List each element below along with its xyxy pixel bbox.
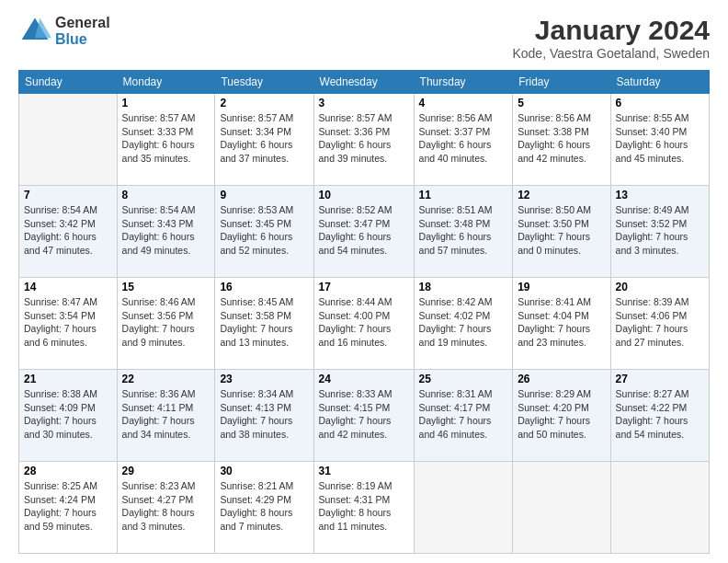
sunset: Sunset: 3:52 PM [616,218,688,229]
sunset: Sunset: 4:00 PM [319,310,391,321]
daylight: Daylight: 7 hours and 50 minutes. [518,415,590,440]
daylight: Daylight: 7 hours and 38 minutes. [220,415,292,440]
title-block: January 2024 Kode, Vaestra Goetaland, Sw… [512,15,710,61]
day-number: 12 [518,189,605,201]
daylight: Daylight: 7 hours and 59 minutes. [24,507,97,532]
sunrise: Sunrise: 8:44 AM [319,296,392,307]
calendar-week-row: 21Sunrise: 8:38 AMSunset: 4:09 PMDayligh… [19,370,710,462]
day-info: Sunrise: 8:36 AMSunset: 4:11 PMDaylight:… [122,387,210,442]
table-row [414,462,513,554]
sunrise: Sunrise: 8:36 AM [122,388,196,399]
day-number: 13 [616,189,704,201]
col-tuesday: Tuesday [215,71,313,94]
day-info: Sunrise: 8:29 AMSunset: 4:20 PMDaylight:… [518,387,605,442]
day-number: 16 [220,281,308,293]
sunrise: Sunrise: 8:39 AM [616,296,689,307]
day-number: 29 [122,465,210,477]
table-row: 13Sunrise: 8:49 AMSunset: 3:52 PMDayligh… [610,186,709,278]
day-number: 9 [220,189,308,201]
sunrise: Sunrise: 8:25 AM [24,480,97,491]
calendar-week-row: 14Sunrise: 8:47 AMSunset: 3:54 PMDayligh… [19,278,710,370]
day-info: Sunrise: 8:57 AMSunset: 3:34 PMDaylight:… [220,111,308,166]
day-info: Sunrise: 8:54 AMSunset: 3:43 PMDaylight:… [122,203,210,258]
day-number: 1 [122,97,210,109]
sunrise: Sunrise: 8:42 AM [419,296,493,307]
day-number: 6 [616,97,704,109]
sunrise: Sunrise: 8:57 AM [319,112,392,123]
sunrise: Sunrise: 8:56 AM [518,112,591,123]
calendar-week-row: 28Sunrise: 8:25 AMSunset: 4:24 PMDayligh… [19,462,710,554]
sunset: Sunset: 4:15 PM [319,402,391,413]
day-info: Sunrise: 8:55 AMSunset: 3:40 PMDaylight:… [616,111,704,166]
col-friday: Friday [513,71,610,94]
day-number: 25 [419,373,508,385]
sunrise: Sunrise: 8:51 AM [419,204,493,215]
sunrise: Sunrise: 8:54 AM [122,204,196,215]
table-row: 29Sunrise: 8:23 AMSunset: 4:27 PMDayligh… [117,462,215,554]
day-number: 4 [419,97,508,109]
day-info: Sunrise: 8:47 AMSunset: 3:54 PMDaylight:… [24,295,112,350]
day-info: Sunrise: 8:44 AMSunset: 4:00 PMDaylight:… [319,295,409,350]
logo-blue: Blue [55,31,110,48]
daylight: Daylight: 6 hours and 57 minutes. [419,231,492,256]
day-number: 15 [122,281,210,293]
day-info: Sunrise: 8:25 AMSunset: 4:24 PMDaylight:… [24,479,112,534]
table-row: 1Sunrise: 8:57 AMSunset: 3:33 PMDaylight… [117,94,215,186]
day-info: Sunrise: 8:23 AMSunset: 4:27 PMDaylight:… [122,479,210,534]
day-info: Sunrise: 8:19 AMSunset: 4:31 PMDaylight:… [319,479,409,534]
sunset: Sunset: 4:02 PM [419,310,491,321]
sunrise: Sunrise: 8:31 AM [419,388,493,399]
daylight: Daylight: 7 hours and 6 minutes. [24,323,97,348]
sunset: Sunset: 4:20 PM [518,402,589,413]
sunset: Sunset: 3:42 PM [24,218,96,229]
day-info: Sunrise: 8:42 AMSunset: 4:02 PMDaylight:… [419,295,508,350]
day-number: 27 [616,373,704,385]
table-row: 17Sunrise: 8:44 AMSunset: 4:00 PMDayligh… [313,278,414,370]
table-row: 24Sunrise: 8:33 AMSunset: 4:15 PMDayligh… [313,370,414,462]
calendar-week-row: 7Sunrise: 8:54 AMSunset: 3:42 PMDaylight… [19,186,710,278]
table-row: 20Sunrise: 8:39 AMSunset: 4:06 PMDayligh… [610,278,709,370]
table-row: 18Sunrise: 8:42 AMSunset: 4:02 PMDayligh… [414,278,513,370]
day-info: Sunrise: 8:46 AMSunset: 3:56 PMDaylight:… [122,295,210,350]
day-number: 14 [24,281,112,293]
daylight: Daylight: 7 hours and 54 minutes. [616,415,688,440]
sunrise: Sunrise: 8:27 AM [616,388,689,399]
sunrise: Sunrise: 8:46 AM [122,296,196,307]
table-row: 27Sunrise: 8:27 AMSunset: 4:22 PMDayligh… [610,370,709,462]
table-row: 10Sunrise: 8:52 AMSunset: 3:47 PMDayligh… [313,186,414,278]
daylight: Daylight: 6 hours and 42 minutes. [518,139,590,164]
sunrise: Sunrise: 8:54 AM [24,204,97,215]
header: General Blue January 2024 Kode, Vaestra … [18,15,710,61]
sunset: Sunset: 3:45 PM [220,218,291,229]
day-info: Sunrise: 8:39 AMSunset: 4:06 PMDaylight:… [616,295,704,350]
day-number: 7 [24,189,112,201]
sunrise: Sunrise: 8:55 AM [616,112,689,123]
day-number: 2 [220,97,308,109]
sunrise: Sunrise: 8:49 AM [616,204,689,215]
daylight: Daylight: 7 hours and 30 minutes. [24,415,97,440]
sunset: Sunset: 4:22 PM [616,402,688,413]
day-number: 23 [220,373,308,385]
table-row: 6Sunrise: 8:55 AMSunset: 3:40 PMDaylight… [610,94,709,186]
day-info: Sunrise: 8:33 AMSunset: 4:15 PMDaylight:… [319,387,409,442]
sunset: Sunset: 3:54 PM [24,310,96,321]
sunset: Sunset: 4:27 PM [122,494,194,505]
sunrise: Sunrise: 8:41 AM [518,296,591,307]
sunset: Sunset: 3:47 PM [319,218,391,229]
sunset: Sunset: 3:58 PM [220,310,291,321]
col-thursday: Thursday [414,71,513,94]
calendar-header-row: Sunday Monday Tuesday Wednesday Thursday… [19,71,710,94]
day-info: Sunrise: 8:54 AMSunset: 3:42 PMDaylight:… [24,203,112,258]
sunset: Sunset: 3:43 PM [122,218,194,229]
table-row [19,94,118,186]
table-row: 19Sunrise: 8:41 AMSunset: 4:04 PMDayligh… [513,278,610,370]
daylight: Daylight: 7 hours and 42 minutes. [319,415,392,440]
sunrise: Sunrise: 8:21 AM [220,480,293,491]
day-number: 8 [122,189,210,201]
day-number: 20 [616,281,704,293]
daylight: Daylight: 8 hours and 11 minutes. [319,507,392,532]
sunset: Sunset: 3:37 PM [419,126,491,137]
sunset: Sunset: 3:48 PM [419,218,491,229]
sunset: Sunset: 4:17 PM [419,402,491,413]
daylight: Daylight: 7 hours and 16 minutes. [319,323,392,348]
